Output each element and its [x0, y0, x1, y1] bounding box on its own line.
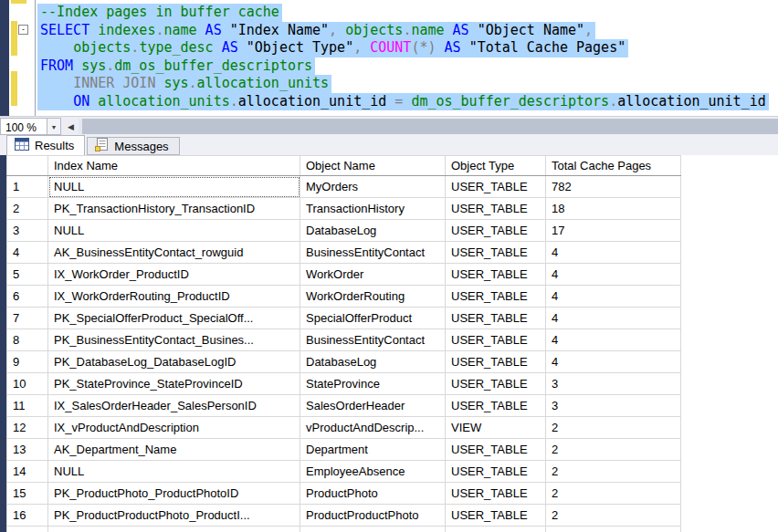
grid-cell[interactable]: USER_TABLE: [446, 198, 546, 220]
grid-cell[interactable]: DatabaseLog: [300, 220, 446, 242]
grid-cell[interactable]: USER_TABLE: [446, 505, 546, 527]
grid-cell[interactable]: 4: [546, 351, 681, 373]
table-row[interactable]: 14NULLEmployeeAbsenceUSER_TABLE2: [7, 461, 681, 483]
grid-cell[interactable]: BusinessEntityContact: [300, 329, 446, 351]
row-number[interactable]: 12: [7, 417, 48, 439]
table-row[interactable]: 9PK_DatabaseLog_DatabaseLogIDDatabaseLog…: [7, 351, 681, 373]
grid-cell[interactable]: PK_SpecialOfferProduct_SpecialOff...: [48, 308, 300, 329]
zoom-level-select[interactable]: 100 % ▼: [0, 118, 61, 135]
row-number[interactable]: 3: [7, 220, 48, 242]
code-line[interactable]: ON allocation_units.allocation_unit_id =…: [37, 93, 769, 111]
grid-cell[interactable]: 2: [546, 439, 681, 461]
grid-cell[interactable]: WorkOrderRouting: [300, 286, 446, 308]
grid-cell[interactable]: Department: [300, 439, 446, 461]
grid-cell[interactable]: PK_StateProvince_StateProvinceID: [48, 373, 300, 395]
grid-cell[interactable]: NULL: [48, 220, 300, 242]
chevron-down-icon[interactable]: ▼: [47, 118, 61, 135]
grid-cell[interactable]: USER_TABLE: [446, 329, 546, 351]
grid-cell[interactable]: AK_Department_Name: [48, 439, 300, 461]
row-number[interactable]: 10: [7, 373, 48, 395]
results-grid[interactable]: Index NameObject NameObject TypeTotal Ca…: [6, 155, 687, 532]
grid-cell[interactable]: USER_TABLE: [446, 242, 546, 264]
table-row[interactable]: 15PK_ProductPhoto_ProductPhotoIDProductP…: [7, 483, 681, 505]
grid-cell[interactable]: vProductAndDescrip...: [300, 417, 446, 439]
grid-cell[interactable]: NULL: [48, 461, 300, 483]
grid-cell[interactable]: 2: [546, 505, 681, 527]
column-header-index-name[interactable]: Index Name: [48, 156, 300, 176]
code-line[interactable]: SELECT indexes.name AS "Index Name", obj…: [37, 22, 769, 40]
grid-cell[interactable]: 18: [546, 198, 681, 220]
grid-cell[interactable]: DatabaseLog: [300, 351, 446, 373]
grid-cell[interactable]: 4: [546, 286, 681, 308]
grid-corner-header[interactable]: [7, 156, 48, 176]
tab-messages[interactable]: Messages: [87, 137, 179, 155]
table-row[interactable]: 10PK_StateProvince_StateProvinceIDStateP…: [7, 373, 681, 395]
grid-cell[interactable]: USER_TABLE: [446, 461, 546, 483]
grid-cell[interactable]: VIEW: [446, 417, 546, 439]
results-grid-table[interactable]: Index NameObject NameObject TypeTotal Ca…: [6, 155, 681, 532]
grid-cell[interactable]: 3: [546, 373, 681, 395]
grid-cell[interactable]: PK_TransactionHistory_TransactionID: [48, 198, 300, 220]
grid-cell[interactable]: USER_TABLE: [446, 308, 546, 329]
grid-cell[interactable]: IX_WorkOrderRouting_ProductID: [48, 286, 300, 308]
grid-cell[interactable]: ProductPhoto: [300, 483, 446, 505]
grid-cell[interactable]: PK_DatabaseLog_DatabaseLogID: [48, 351, 300, 373]
table-row[interactable]: 2PK_TransactionHistory_TransactionIDTran…: [7, 198, 681, 220]
grid-cell[interactable]: 4: [546, 308, 681, 329]
row-number[interactable]: 11: [7, 395, 48, 417]
grid-cell[interactable]: 4: [546, 242, 681, 264]
scroll-left-arrow-icon[interactable]: ◀: [66, 119, 79, 134]
grid-cell[interactable]: PK_ProductPhoto_ProductPhotoID: [48, 483, 300, 505]
grid-cell[interactable]: USER_TABLE: [446, 439, 546, 461]
grid-cell[interactable]: StateProvince: [300, 373, 446, 395]
table-row[interactable]: 12IX_vProductAndDescriptionvProductAndDe…: [7, 417, 681, 439]
table-row[interactable]: 7PK_SpecialOfferProduct_SpecialOff...Spe…: [7, 308, 681, 329]
grid-cell[interactable]: IX_WorkOrder_ProductID: [48, 264, 300, 286]
code-lines[interactable]: --Index pages in buffer cacheSELECT inde…: [37, 4, 769, 110]
table-row[interactable]: 11IX_SalesOrderHeader_SalesPersonIDSales…: [7, 395, 681, 417]
code-line[interactable]: INNER JOIN sys.allocation_units: [37, 75, 769, 93]
column-header-object-name[interactable]: Object Name: [300, 156, 446, 176]
grid-cell[interactable]: IX_vProductAndDescription: [48, 417, 300, 439]
row-number[interactable]: 14: [7, 461, 48, 483]
row-number[interactable]: 2: [7, 198, 48, 220]
code-line[interactable]: objects.type_desc AS "Object Type", COUN…: [37, 39, 769, 57]
table-row[interactable]: 5IX_WorkOrder_ProductIDWorkOrderUSER_TAB…: [7, 264, 681, 286]
grid-cell[interactable]: 2: [546, 417, 681, 439]
grid-cell[interactable]: 17: [546, 220, 681, 242]
tab-results[interactable]: Results: [6, 135, 85, 155]
grid-cell[interactable]: WorkOrder: [300, 264, 446, 286]
grid-cell[interactable]: TransactionHistory: [300, 198, 446, 220]
grid-cell[interactable]: USER_TABLE: [446, 483, 546, 505]
row-number[interactable]: 15: [7, 483, 48, 505]
row-number[interactable]: 4: [7, 242, 48, 264]
zoom-level-value[interactable]: 100 %: [0, 118, 47, 135]
grid-cell[interactable]: 782: [546, 176, 681, 198]
table-row[interactable]: 3NULLDatabaseLogUSER_TABLE17: [7, 220, 681, 242]
grid-cell[interactable]: 4: [546, 329, 681, 351]
row-number[interactable]: 13: [7, 439, 48, 461]
grid-cell[interactable]: PK_ProductProductPhoto_ProductI...: [48, 505, 300, 527]
row-number[interactable]: 7: [7, 308, 48, 329]
row-number[interactable]: 6: [7, 286, 48, 308]
row-number[interactable]: 1: [7, 176, 48, 198]
grid-cell[interactable]: USER_TABLE: [446, 220, 546, 242]
code-line[interactable]: --Index pages in buffer cache: [37, 4, 769, 22]
horizontal-scrollbar[interactable]: [79, 119, 778, 134]
grid-cell[interactable]: 2: [546, 461, 681, 483]
grid-cell[interactable]: PK_BusinessEntityContact_Busines...: [48, 329, 300, 351]
grid-cell[interactable]: USER_TABLE: [446, 351, 546, 373]
grid-cell[interactable]: BusinessEntityContact: [300, 242, 446, 264]
table-row[interactable]: 13AK_Department_NameDepartmentUSER_TABLE…: [7, 439, 681, 461]
grid-cell[interactable]: 3: [546, 395, 681, 417]
collapse-region-icon[interactable]: -: [18, 25, 28, 35]
grid-cell[interactable]: IX_SalesOrderHeader_SalesPersonID: [48, 395, 300, 417]
row-number[interactable]: 16: [7, 505, 48, 527]
grid-cell[interactable]: USER_TABLE: [446, 286, 546, 308]
grid-cell[interactable]: SalesOrderHeader: [300, 395, 446, 417]
grid-cell[interactable]: ProductProductPhoto: [300, 505, 446, 527]
row-number[interactable]: 9: [7, 351, 48, 373]
table-row[interactable]: 8PK_BusinessEntityContact_Busines...Busi…: [7, 329, 681, 351]
table-row[interactable]: 16PK_ProductProductPhoto_ProductI...Prod…: [7, 505, 681, 527]
table-row[interactable]: 1NULLMyOrdersUSER_TABLE782: [7, 176, 681, 198]
